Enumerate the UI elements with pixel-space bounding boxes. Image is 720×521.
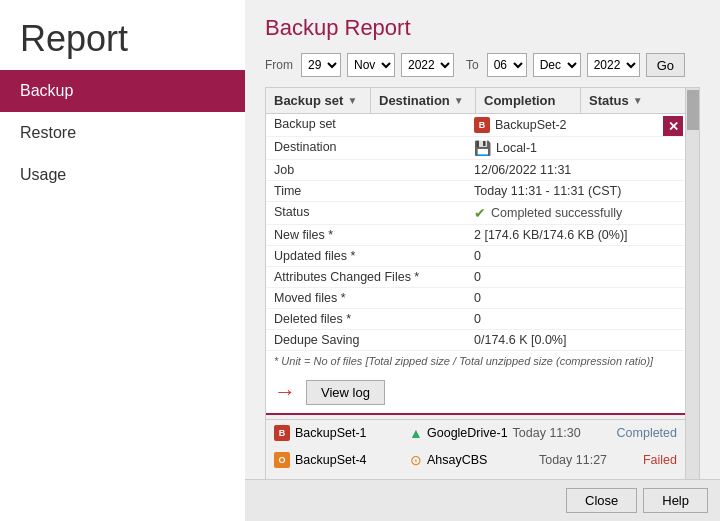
- scrollbar[interactable]: [685, 88, 699, 503]
- main-wrapper: Backup Report From 29 Nov 2022 To 06 D: [245, 0, 720, 521]
- sidebar-item-backup[interactable]: Backup: [0, 70, 245, 112]
- th-arrow-status: ▼: [633, 95, 643, 106]
- view-log-row: → View log: [266, 373, 685, 413]
- from-day-select[interactable]: 29: [301, 53, 341, 77]
- detail-row-time: Time Today 11:31 - 11:31 (CST): [266, 181, 685, 202]
- content-area: Backup Report From 29 Nov 2022 To 06 D: [245, 0, 720, 521]
- app-title: Report: [0, 0, 245, 70]
- backup-icon-red: B: [274, 425, 290, 441]
- detail-row-updated-files: Updated files * 0: [266, 246, 685, 267]
- filter-row: From 29 Nov 2022 To 06 Dec 2022: [265, 53, 700, 77]
- scroll-thumb: [687, 90, 699, 130]
- col-backup-set-4: O BackupSet-4: [274, 452, 404, 468]
- detail-row-deleted-files: Deleted files * 0: [266, 309, 685, 330]
- detail-footnote: * Unit = No of files [Total zipped size …: [266, 351, 685, 373]
- detail-row-dedupe: Dedupe Saving 0/174.6 K [0.0%]: [266, 330, 685, 351]
- col-dest-1: ▲ GoogleDrive-1: [408, 425, 509, 441]
- detail-row-job: Job 12/06/2022 11:31: [266, 160, 685, 181]
- detail-row-attributes-changed: Attributes Changed Files * 0: [266, 267, 685, 288]
- to-day-select[interactable]: 06: [487, 53, 527, 77]
- backup-set-icon: B: [474, 117, 490, 133]
- table-row[interactable]: B BackupSet-1 ▲ GoogleDrive-1 Today 11:3…: [266, 420, 685, 447]
- table-row[interactable]: O BackupSet-4 ⊙ AhsayCBS Today 11:27 Fai…: [266, 447, 685, 473]
- close-button[interactable]: Close: [566, 488, 637, 513]
- table-header: Backup set ▼ Destination ▼ Completion St…: [266, 88, 685, 114]
- detail-close-button[interactable]: ✕: [663, 116, 683, 136]
- sidebar-nav: Backup Restore Usage: [0, 70, 245, 196]
- th-status[interactable]: Status ▼: [581, 88, 685, 113]
- to-year-select[interactable]: 2022: [587, 53, 640, 77]
- from-label: From: [265, 58, 293, 72]
- sidebar-item-restore[interactable]: Restore: [0, 112, 245, 154]
- col-dest-4: ⊙ AhsayCBS: [408, 452, 535, 468]
- from-month-select[interactable]: Nov: [347, 53, 395, 77]
- arrow-indicator: →: [274, 379, 296, 405]
- col-status-1: Completed: [617, 426, 677, 440]
- table-inner: Backup set ▼ Destination ▼ Completion St…: [266, 88, 685, 503]
- destination-icon: 💾: [474, 140, 491, 156]
- th-destination[interactable]: Destination ▼: [371, 88, 476, 113]
- sidebar: Report Backup Restore Usage: [0, 0, 245, 521]
- page-title: Backup Report: [265, 15, 700, 41]
- ahsay-icon: ⊙: [408, 452, 424, 468]
- to-label: To: [466, 58, 479, 72]
- th-backup-set[interactable]: Backup set ▼: [266, 88, 371, 113]
- success-check-icon: ✔: [474, 205, 486, 221]
- content-inner: Backup Report From 29 Nov 2022 To 06 D: [245, 0, 720, 521]
- detail-row-backup-set: Backup set B BackupSet-2: [266, 114, 685, 137]
- view-log-button[interactable]: View log: [306, 380, 385, 405]
- help-button[interactable]: Help: [643, 488, 708, 513]
- detail-panel: ✕ Backup set B BackupSet-2 Destination: [266, 114, 685, 415]
- backup-icon-orange: O: [274, 452, 290, 468]
- to-month-select[interactable]: Dec: [533, 53, 581, 77]
- col-time-1: Today 11:30: [513, 426, 613, 440]
- from-year-select[interactable]: 2022: [401, 53, 454, 77]
- google-drive-icon: ▲: [408, 425, 424, 441]
- detail-row-destination: Destination 💾 Local-1: [266, 137, 685, 160]
- table-container: Backup set ▼ Destination ▼ Completion St…: [265, 87, 700, 503]
- backup-list: B BackupSet-1 ▲ GoogleDrive-1 Today 11:3…: [266, 419, 685, 473]
- th-completion[interactable]: Completion: [476, 88, 581, 113]
- col-status-4: Failed: [643, 453, 677, 467]
- th-arrow-backup: ▼: [347, 95, 357, 106]
- col-time-4: Today 11:27: [539, 453, 639, 467]
- detail-row-new-files: New files * 2 [174.6 KB/174.6 KB (0%)]: [266, 225, 685, 246]
- th-arrow-dest: ▼: [454, 95, 464, 106]
- detail-row-status: Status ✔ Completed successfully: [266, 202, 685, 225]
- sidebar-item-usage[interactable]: Usage: [0, 154, 245, 196]
- go-button[interactable]: Go: [646, 53, 685, 77]
- col-backup-set-1: B BackupSet-1: [274, 425, 404, 441]
- detail-row-moved-files: Moved files * 0: [266, 288, 685, 309]
- footer: Close Help: [245, 479, 720, 521]
